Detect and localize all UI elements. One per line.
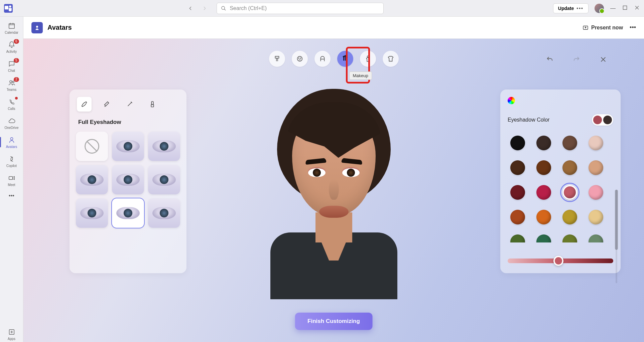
cloud-icon xyxy=(7,117,16,125)
nav-apps[interactable]: Apps xyxy=(2,326,22,342)
svg-point-16 xyxy=(345,55,346,57)
nav-onedrive[interactable]: OneDrive xyxy=(2,115,22,131)
edit-actions xyxy=(546,55,607,63)
style-option[interactable] xyxy=(76,165,108,194)
makeup-options-panel: Full Eyeshadow xyxy=(70,90,186,273)
redo-button[interactable] xyxy=(572,55,581,63)
tool-blush[interactable] xyxy=(145,97,160,112)
none-icon xyxy=(85,139,99,154)
color-swatch[interactable] xyxy=(510,160,525,175)
color-swatch[interactable] xyxy=(536,210,551,224)
style-option[interactable] xyxy=(76,198,108,228)
app-header: Avatars Present now ••• xyxy=(23,17,644,39)
search-input[interactable]: Search (Ctrl+E) xyxy=(217,3,384,14)
color-swatch[interactable] xyxy=(536,136,551,150)
finish-label: Finish Customizing xyxy=(307,318,360,324)
color-swatch[interactable] xyxy=(589,185,603,200)
user-avatar[interactable] xyxy=(595,4,604,13)
nav-label: Calls xyxy=(8,107,15,111)
tool-eyeliner[interactable] xyxy=(122,97,137,112)
svg-point-2 xyxy=(222,6,225,9)
color-swatch[interactable] xyxy=(562,234,577,242)
nav-teams[interactable]: 2 Teams xyxy=(2,77,22,93)
category-makeup[interactable] xyxy=(337,51,353,67)
present-icon xyxy=(583,25,589,31)
slider-thumb[interactable] xyxy=(553,256,563,266)
nav-meet[interactable]: Meet xyxy=(2,172,22,188)
color-swatch[interactable] xyxy=(589,160,603,175)
color-swatch[interactable] xyxy=(510,185,525,200)
style-none[interactable] xyxy=(76,132,108,161)
color-swatch[interactable] xyxy=(562,136,577,150)
present-label: Present now xyxy=(591,25,623,31)
style-option[interactable] xyxy=(112,132,144,161)
color-swatch[interactable] xyxy=(536,234,551,242)
nav-calendar[interactable]: Calendar xyxy=(2,20,22,36)
color-swatch[interactable] xyxy=(536,160,551,175)
toggle-swatch-b[interactable] xyxy=(603,116,612,124)
svg-rect-3 xyxy=(623,6,627,9)
svg-point-13 xyxy=(298,58,299,58)
nav-chat[interactable]: 5 Chat xyxy=(2,58,22,74)
copilot-icon xyxy=(7,155,16,163)
toggle-swatch-a[interactable] xyxy=(593,116,602,124)
color-swatch[interactable] xyxy=(562,210,577,224)
video-icon xyxy=(7,174,16,182)
avatar-canvas: Makeup Full Eyeshadow xyxy=(23,39,644,342)
window-minimize-button[interactable]: — xyxy=(610,5,616,11)
undo-button[interactable] xyxy=(546,55,554,63)
color-swatch[interactable] xyxy=(562,185,577,200)
nav-copilot[interactable]: Copilot xyxy=(2,153,22,169)
nav-avatars[interactable]: Avatars xyxy=(2,134,22,150)
color-wheel-icon[interactable] xyxy=(508,97,515,104)
color-swatch[interactable] xyxy=(589,210,603,224)
update-button[interactable]: Update ••• xyxy=(553,3,589,13)
window-close-button[interactable] xyxy=(634,5,640,11)
back-button[interactable] xyxy=(188,6,193,11)
finish-customizing-button[interactable]: Finish Customizing xyxy=(295,313,373,330)
category-brush[interactable] xyxy=(269,51,285,67)
category-hair[interactable] xyxy=(314,51,331,67)
svg-point-10 xyxy=(36,26,38,28)
content-area: Avatars Present now ••• Makeup xyxy=(23,17,644,342)
forward-button[interactable] xyxy=(202,6,207,11)
category-face[interactable] xyxy=(292,51,308,67)
close-editor-button[interactable] xyxy=(599,55,607,63)
nav-label: Activity xyxy=(6,50,17,53)
tool-eyeshadow[interactable] xyxy=(77,97,92,112)
style-option[interactable] xyxy=(148,132,180,161)
category-wardrobe[interactable] xyxy=(383,51,399,67)
nav-activity[interactable]: 6 Activity xyxy=(2,39,22,55)
category-body[interactable] xyxy=(360,51,376,67)
tool-lipstick[interactable] xyxy=(100,97,114,112)
avatars-app-icon xyxy=(31,22,43,33)
more-icon: ••• xyxy=(576,6,584,11)
color-swatch[interactable] xyxy=(562,160,577,175)
present-now-button[interactable]: Present now xyxy=(583,25,623,31)
nav-calls[interactable]: Calls xyxy=(2,96,22,112)
svg-point-1 xyxy=(9,5,11,7)
nav-label: Teams xyxy=(7,88,16,92)
color-swatch[interactable] xyxy=(510,210,525,224)
shade-slider[interactable] xyxy=(508,259,613,263)
window-maximize-button[interactable] xyxy=(622,5,628,11)
color-swatch[interactable] xyxy=(589,136,603,150)
color-swatch-grid xyxy=(508,136,613,242)
color-swatch[interactable] xyxy=(510,136,525,150)
color-swatch[interactable] xyxy=(510,234,525,242)
style-option[interactable] xyxy=(112,165,144,194)
color-mode-toggle[interactable] xyxy=(592,114,613,126)
color-swatch[interactable] xyxy=(589,234,603,242)
teams-badge: 2 xyxy=(14,77,19,82)
style-option[interactable] xyxy=(148,165,180,194)
app-more-button[interactable]: ••• xyxy=(630,24,636,31)
color-scrollbar-thumb[interactable] xyxy=(615,190,618,250)
style-option-selected[interactable] xyxy=(112,198,144,228)
svg-point-5 xyxy=(10,80,12,82)
style-option[interactable] xyxy=(148,198,180,228)
nav-more[interactable]: ••• xyxy=(2,191,22,200)
nav-label: Avatars xyxy=(6,145,17,149)
color-swatch[interactable] xyxy=(536,185,551,200)
category-tooltip: Makeup xyxy=(349,71,372,80)
titlebar: Search (Ctrl+E) Update ••• — xyxy=(0,0,644,17)
